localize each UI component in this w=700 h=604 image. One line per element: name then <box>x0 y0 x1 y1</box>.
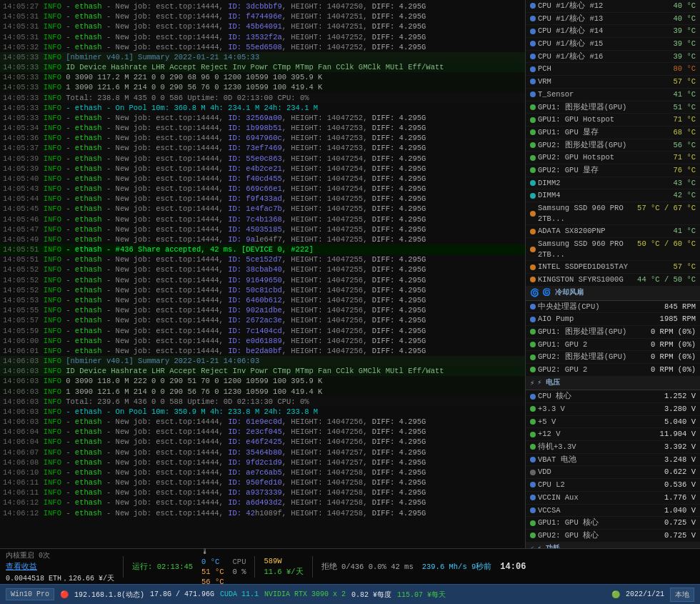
log-line: 14:05:51 INFO - ethash - New job: esct.t… <box>0 254 525 264</box>
log-line: 14:05:44 INFO - ethash - New job: esct.t… <box>0 194 525 204</box>
sensor-gpu2-mem: GPU2: GPU 显存 76 °C <box>526 164 700 177</box>
temp-status: 🌡 0 °C 51 °C 56 °C <box>201 548 224 586</box>
log-line: 14:06:01 INFO - ethash - New job: esct.t… <box>0 346 525 356</box>
log-line: 14:05:47 INFO - ethash - New job: esct.t… <box>0 224 525 234</box>
log-line: 14:05:31 INFO - ethash - New job: esct.t… <box>0 32 525 42</box>
sensor-gpu1-mem: GPU1: GPU 显存 68 °C <box>526 127 700 139</box>
sensor-v12: +12 V 11.904 V <box>526 428 700 441</box>
log-content[interactable]: 14:05:27 INFO - ethash - New job: esct.t… <box>0 0 525 548</box>
log-panel: 14:05:27 INFO - ethash - New job: esct.t… <box>0 0 525 548</box>
log-line: 14:05:40 INFO - ethash - New job: esct.t… <box>0 174 525 184</box>
sensor-gpu2-fan2: GPU2: GPU 2 0 RPM (0%) <box>526 364 700 377</box>
reject-status: 拒绝 0/436 0.0% 42 ms <box>321 562 414 572</box>
sensor-v5: +5 V 5.040 V <box>526 416 700 429</box>
log-line: 14:05:27 INFO - ethash - New job: esct.t… <box>0 1 525 11</box>
reboot-status: 内核重启 0次 查看收益 0.0044518 ETH，126.66 ¥/天 <box>6 550 114 583</box>
log-line: 14:06:03 INFO [nbminer v40.1] Summary 20… <box>0 356 525 366</box>
log-line: 14:05:49 INFO - ethash - New job: esct.t… <box>0 234 525 244</box>
log-line: 14:06:12 INFO - ethash - New job: esct.t… <box>0 497 525 508</box>
log-line: 14:06:03 INFO 1 3090 121.6 M 214 0 0 290… <box>0 387 525 397</box>
log-line: 14:05:36 INFO - ethash - New job: esct.t… <box>0 133 525 143</box>
log-line: 14:05:39 INFO - ethash - New job: esct.t… <box>0 154 525 164</box>
log-line: 14:05:32 INFO - ethash - New job: esct.t… <box>0 42 525 52</box>
sensor-v33: +3.3 V 3.280 V <box>526 403 700 416</box>
sensor-cpul2: CPU L2 0.536 V <box>526 479 700 492</box>
sensor-gpu2-hotspot: GPU2: GPU Hotspot 71 °C <box>526 152 700 164</box>
status-bar: 内核重启 0次 查看收益 0.0044518 ETH，126.66 ¥/天 运行… <box>0 548 700 584</box>
log-line: 14:06:03 INFO - ethash - New job: esct.t… <box>0 417 525 427</box>
sensor-ssd-samsung2: Samsung SSD 960 PRO 2TB... 50 °C / 60 °C <box>526 238 700 261</box>
log-line: 14:06:11 INFO - ethash - New job: esct.t… <box>0 487 525 497</box>
sensor-panel[interactable]: CPU #1/核心 #12 40 °C CPU #1/核心 #13 40 °C … <box>525 0 700 548</box>
sensor-aio-pump: AIO Pump 1985 RPM <box>526 313 700 326</box>
log-line: 14:06:03 INFO ID Device Hashrate LHR Acc… <box>0 366 525 376</box>
log-line: 14:05:53 INFO - ethash - New job: esct.t… <box>0 295 525 305</box>
sensor-vccin: VCCIN Aux 1.776 V <box>526 492 700 505</box>
sensor-gpu2-vcore: GPU2: GPU 核心 0.725 V <box>526 530 700 543</box>
log-line: 14:06:04 INFO - ethash - New job: esct.t… <box>0 437 525 447</box>
log-line: 14:06:12 INFO - ethash - New job: esct.t… <box>0 508 525 518</box>
fans-section-header: 🌀 🌀 冷却风扇 <box>526 287 700 301</box>
log-line: 14:05:52 INFO - ethash - New job: esct.t… <box>0 285 525 295</box>
log-line: 14:05:46 INFO - ethash - New job: esct.t… <box>0 214 525 224</box>
sensor-gpu1-vcore: GPU1: GPU 核心 0.725 V <box>526 517 700 530</box>
sensor-cpu-vcore: CPU 核心 1.252 V <box>526 390 700 403</box>
log-line: 14:05:51 INFO - ethash - #436 Share acce… <box>0 244 525 254</box>
sensor-dimm4: DIMM4 42 °C <box>526 189 700 202</box>
clock-status: 14:06 <box>500 562 526 572</box>
log-line: 14:06:00 INFO - ethash - New job: esct.t… <box>0 336 525 346</box>
sensor-gpu2-fan: GPU2: 图形处理器(GPU) 0 RPM (0%) <box>526 351 700 364</box>
log-line: 14:05:33 INFO 1 3090 121.6 M 214 0 0 290… <box>0 82 525 92</box>
sensor-gpu1-hotspot: GPU1: GPU Hotspot 71 °C <box>526 114 700 127</box>
cpu-usage-status: CPU 0 % <box>233 558 246 576</box>
sensor-gpu1-core: GPU1: 图形处理器(GPU) 51 °C <box>526 102 700 114</box>
log-line: 14:05:31 INFO - ethash - New job: esct.t… <box>0 11 525 21</box>
log-line: 14:06:08 INFO - ethash - New job: esct.t… <box>0 457 525 467</box>
sensor-cpu-core-13: CPU #1/核心 #13 40 °C <box>526 13 700 26</box>
hashrate-status: 239.6 Mh/s 9秒前 <box>422 562 492 572</box>
log-line: 14:05:33 INFO 0 3090 117.2 M 221 0 0 290… <box>0 72 525 82</box>
log-line: 14:05:34 INFO - ethash - New job: esct.t… <box>0 123 525 133</box>
log-line: 14:05:59 INFO - ethash - New job: esct.t… <box>0 326 525 336</box>
sensor-cpu-core-15: CPU #1/核心 #15 39 °C <box>526 38 700 51</box>
log-line: 14:05:37 INFO - ethash - New job: esct.t… <box>0 143 525 153</box>
sensor-cpu-core-12: CPU #1/核心 #12 40 °C <box>526 0 700 13</box>
sensor-adata: ADATA SX8200PNP 41 °C <box>526 225 700 238</box>
log-line: 14:05:31 INFO - ethash - New job: esct.t… <box>0 21 525 31</box>
sensor-gpu1-fan2: GPU1: GPU 2 0 RPM (0%) <box>526 339 700 352</box>
log-line: 14:05:33 INFO Total: 238.8 M 435 0 0 586… <box>0 93 525 103</box>
log-line: 14:05:52 INFO - ethash - New job: esct.t… <box>0 275 525 285</box>
sensor-dimm2: DIMM2 43 °C <box>526 177 700 190</box>
log-line: 14:06:03 INFO 0 3090 118.0 M 222 0 0 290… <box>0 376 525 386</box>
log-line: 14:05:57 INFO - ethash - New job: esct.t… <box>0 315 525 325</box>
log-line: 14:05:43 INFO - ethash - New job: esct.t… <box>0 184 525 194</box>
sensor-cpu-core-16: CPU #1/核心 #16 39 °C <box>526 51 700 64</box>
log-line: 14:06:10 INFO - ethash - New job: esct.t… <box>0 467 525 477</box>
sensor-vdd: VDD 0.622 V <box>526 466 700 479</box>
taskbar-location[interactable]: 本地 <box>670 588 694 602</box>
runtime-status: 运行: 02:13:45 <box>132 562 193 572</box>
sensor-vbat: VBAT 电池 3.248 V <box>526 454 700 467</box>
log-line: 14:05:33 INFO ID Device Hashrate LHR Acc… <box>0 62 525 72</box>
log-line: 14:06:11 INFO - ethash - New job: esct.t… <box>0 477 525 487</box>
log-line: 14:06:07 INFO - ethash - New job: esct.t… <box>0 447 525 457</box>
log-line: 14:06:03 INFO Total: 239.6 M 436 0 0 588… <box>0 397 525 407</box>
log-line: 14:05:45 INFO - ethash - New job: esct.t… <box>0 204 525 214</box>
sensor-cpu-fan: 中央处理器(CPU) 845 RPM <box>526 301 700 314</box>
voltage-section-header: ⚡ ⚡ 电压 <box>526 377 700 391</box>
taskbar-winedition[interactable]: Win10 Pro <box>6 588 54 600</box>
log-line: 14:06:03 INFO - ethash - On Pool 10m: 35… <box>0 407 525 417</box>
power-section-header: ⚡ ⚡ 功耗 <box>526 543 700 548</box>
sensor-ssd-samsung1: Samsung SSD 960 PRO 2TB... 57 °C / 67 °C <box>526 202 700 225</box>
log-line: 14:05:33 INFO - ethash - On Pool 10m: 36… <box>0 103 525 113</box>
sensor-vccsa: VCCSA 1.040 V <box>526 505 700 518</box>
sensor-kingston: KINGSTON SFYRS1000G 44 °C / 50 °C <box>526 274 700 287</box>
log-line: 14:05:55 INFO - ethash - New job: esct.t… <box>0 305 525 315</box>
log-line: 14:05:33 INFO [nbminer v40.1] Summary 20… <box>0 52 525 62</box>
power-status: 589W 11.6 ¥/天 <box>264 557 303 577</box>
sensor-standby33: 待机+3.3V 3.392 V <box>526 441 700 454</box>
sensor-cpu-core-14: CPU #1/核心 #14 39 °C <box>526 25 700 38</box>
log-line: 14:06:04 INFO - ethash - New job: esct.t… <box>0 427 525 437</box>
log-line: 14:05:52 INFO - ethash - New job: esct.t… <box>0 264 525 274</box>
sensor-gpu1-fan: GPU1: 图形处理器(GPU) 0 RPM (0%) <box>526 326 700 339</box>
